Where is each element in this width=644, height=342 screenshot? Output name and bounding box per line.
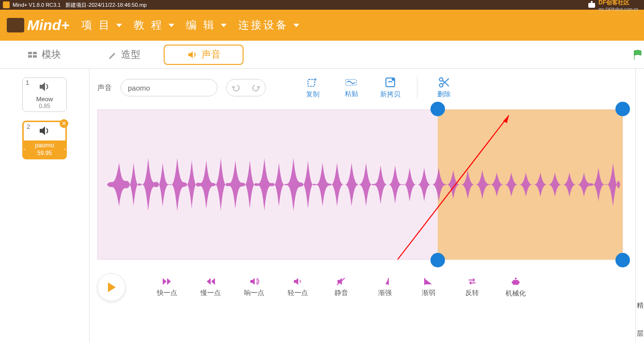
tab-blocks[interactable]: 模块 (4, 45, 84, 65)
caret-down-icon (293, 24, 299, 27)
selection-handle-tl[interactable] (430, 102, 445, 116)
selection-handle-tr[interactable] (615, 102, 630, 116)
svg-rect-5 (33, 55, 37, 58)
waveform (97, 109, 623, 260)
robot-icon (511, 277, 521, 286)
svg-point-1 (591, 1, 593, 3)
svg-rect-4 (28, 55, 32, 58)
sound-item-2[interactable]: ✕ 2 paomo 59.95 (22, 121, 67, 159)
fx-fadein[interactable]: 渐强 (373, 277, 397, 297)
copy-new-button[interactable]: 新拷贝 (375, 77, 405, 99)
selection-handle-bl[interactable] (430, 253, 445, 267)
svg-point-10 (392, 78, 395, 81)
menu-connect[interactable]: 连接设备 (238, 18, 299, 32)
selection-handle-br[interactable] (615, 253, 630, 267)
paste-button[interactable]: 粘贴 (337, 77, 367, 98)
copy-icon: + (307, 77, 319, 88)
tab-sounds[interactable]: 声音 (164, 45, 244, 65)
undo-icon (231, 84, 241, 92)
tab-costumes[interactable]: 造型 (84, 45, 164, 65)
scissors-icon (438, 77, 450, 88)
delete-sound-icon[interactable]: ✕ (60, 119, 68, 128)
faster-icon (162, 277, 172, 286)
sound-name-label: 声音 (97, 83, 112, 93)
delete-button[interactable]: 删除 (429, 77, 459, 99)
right-label-2: 层 (636, 329, 644, 338)
svg-point-12 (440, 84, 443, 87)
sound-editor: 声音 + 复制 粘贴 新拷贝 删除 (90, 69, 635, 342)
menu-edit[interactable]: 编 辑 (186, 18, 227, 32)
fx-mute[interactable]: 静音 (330, 277, 353, 297)
louder-icon (249, 277, 260, 286)
sound-icon (38, 125, 51, 137)
play-icon (105, 281, 118, 294)
sound-list: 1 Meow 0.85 ✕ 2 paomo 59.95 (0, 69, 90, 342)
svg-point-11 (440, 78, 443, 81)
slower-icon (205, 277, 216, 286)
redo-icon (251, 84, 261, 92)
fx-reverse[interactable]: 反转 (460, 277, 484, 297)
svg-rect-21 (519, 281, 520, 283)
copy-button[interactable]: + 复制 (298, 77, 328, 99)
right-label-1: 精 (636, 301, 644, 310)
svg-rect-20 (512, 281, 513, 283)
divider (417, 77, 417, 99)
logo[interactable]: Mind+ (7, 17, 70, 33)
robot-icon (587, 1, 597, 9)
softer-icon (292, 277, 303, 286)
app-title: Mind+ V1.8.0 RC3.1 (13, 2, 61, 8)
menu-project[interactable]: 项 目 (81, 18, 122, 32)
fx-louder[interactable]: 响一点 (243, 277, 266, 297)
project-name: 新建项目-2024/11/22-18:46:50.mp (65, 1, 147, 9)
right-panel: 精 层 (635, 69, 644, 342)
undo-button[interactable] (227, 79, 246, 96)
community-label: DF创客社区 (598, 0, 638, 7)
fx-slower[interactable]: 慢一点 (199, 277, 222, 297)
community-url: mc.DFRobot.com.cn (598, 7, 638, 12)
play-button[interactable] (97, 273, 125, 301)
app-icon (3, 1, 10, 8)
paste-icon (344, 77, 359, 88)
brush-icon (107, 50, 117, 60)
title-bar: Mind+ V1.8.0 RC3.1 新建项目-2024/11/22-18:46… (0, 0, 644, 10)
caret-down-icon (116, 24, 122, 27)
fx-faster[interactable]: 快一点 (155, 277, 179, 297)
blocks-icon (27, 50, 38, 59)
sound-name-input[interactable] (121, 79, 217, 96)
fadeout-icon (423, 277, 434, 286)
svg-rect-0 (588, 3, 595, 8)
svg-point-19 (515, 278, 517, 280)
menu-tutorial[interactable]: 教 程 (134, 18, 174, 32)
caret-down-icon (169, 24, 174, 27)
mute-icon (336, 277, 347, 286)
fx-fadeout[interactable]: 渐弱 (417, 277, 440, 297)
reverse-icon (467, 277, 477, 286)
svg-text:+: + (314, 77, 317, 83)
fadein-icon (380, 277, 390, 286)
waveform-area[interactable] (97, 109, 623, 260)
sound-icon (38, 81, 51, 93)
sound-item-1[interactable]: 1 Meow 0.85 (22, 78, 67, 112)
fx-softer[interactable]: 轻一点 (286, 277, 309, 297)
green-flag-icon[interactable] (633, 49, 642, 61)
workspace: 1 Meow 0.85 ✕ 2 paomo 59.95 声音 + 复制 (0, 69, 644, 342)
svg-rect-2 (28, 52, 32, 54)
community-link[interactable]: DF创客社区 mc.DFRobot.com.cn (587, 0, 644, 12)
sound-icon (187, 50, 198, 60)
svg-rect-3 (33, 52, 37, 54)
tab-bar: 模块 造型 声音 (0, 41, 644, 69)
copynew-icon (384, 77, 396, 88)
fx-robot[interactable]: 机械化 (504, 277, 527, 298)
menu-bar: Mind+ 项 目 教 程 编 辑 连接设备 (0, 10, 644, 41)
redo-button[interactable] (246, 79, 265, 96)
caret-down-icon (221, 24, 227, 27)
logo-icon (7, 18, 24, 32)
svg-rect-18 (513, 280, 519, 285)
